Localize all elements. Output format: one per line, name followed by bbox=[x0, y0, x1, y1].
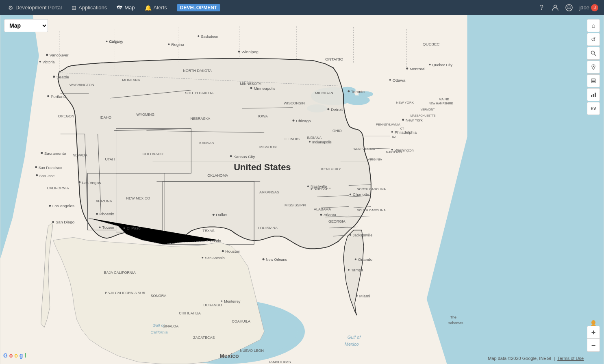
city-dot-portland bbox=[47, 95, 49, 97]
toolbar-search-button[interactable] bbox=[587, 47, 600, 60]
google-logo-svg: G o o g l e bbox=[3, 351, 26, 359]
city-dot-satx bbox=[202, 257, 203, 258]
city-dot-clt bbox=[350, 193, 351, 195]
map-attribution: Map data ©2020 Google, INEGI | Terms of … bbox=[488, 356, 584, 361]
city-dot-tucson bbox=[99, 226, 101, 228]
city-dot-austin bbox=[206, 240, 208, 241]
city-dot-la bbox=[49, 205, 51, 207]
city-dot-yqr bbox=[168, 43, 169, 45]
city-dot-jax bbox=[350, 234, 351, 236]
nav-map-label: Map bbox=[124, 4, 135, 11]
city-dot-phl bbox=[391, 131, 393, 133]
toolbar-ev-button[interactable]: EV bbox=[587, 102, 600, 115]
city-dot-nola bbox=[263, 258, 265, 260]
city-dot-ind bbox=[309, 141, 311, 143]
city-dot-mco bbox=[355, 258, 356, 260]
nav-alerts-label: Alerts bbox=[154, 4, 167, 11]
city-dot-yqb bbox=[429, 64, 431, 65]
help-button[interactable]: ? bbox=[535, 2, 548, 14]
city-dot-mty bbox=[221, 300, 222, 302]
top-navigation: ⚙ Development Portal ⊞ Applications 🗺 Ma… bbox=[0, 0, 604, 15]
city-dot-yyc bbox=[106, 41, 108, 42]
city-dot-mia bbox=[356, 295, 358, 297]
svg-rect-47 bbox=[591, 95, 592, 97]
svg-point-43 bbox=[593, 66, 594, 67]
svg-rect-46 bbox=[591, 82, 595, 83]
applications-icon: ⊞ bbox=[72, 4, 76, 11]
city-dot-chi bbox=[293, 119, 295, 121]
toolbar-location-button[interactable] bbox=[587, 61, 600, 74]
city-dot-houston bbox=[222, 250, 224, 252]
toolbar-home-button[interactable]: ⌂ bbox=[587, 19, 600, 32]
city-dot-tor bbox=[348, 90, 350, 92]
chart-icon bbox=[591, 92, 596, 98]
city-dot-sf bbox=[35, 166, 37, 168]
map-svg: WASHINGTON OREGON CALIFORNIA NEVADA IDAH… bbox=[0, 15, 604, 364]
city-dot-van bbox=[46, 54, 48, 56]
city-dot-ywg bbox=[238, 50, 240, 52]
city-dot-phoenix bbox=[96, 213, 98, 215]
nav-applications[interactable]: ⊞ Applications bbox=[67, 0, 112, 15]
terms-link[interactable]: Terms of Use bbox=[557, 356, 584, 361]
city-dot-seattle bbox=[53, 76, 55, 78]
map-type-select[interactable]: Map Satellite Terrain bbox=[4, 19, 48, 32]
city-dot-yxe bbox=[198, 35, 199, 37]
nav-badge: DEVELOPMENT bbox=[172, 0, 225, 15]
nav-dev-portal[interactable]: ⚙ Development Portal bbox=[3, 0, 67, 15]
notification-count: 3 bbox=[591, 4, 598, 11]
dev-portal-icon: ⚙ bbox=[8, 4, 13, 11]
nav-right-section: ? jdoe 3 bbox=[535, 2, 601, 14]
city-dot-lv bbox=[78, 181, 80, 183]
right-toolbar: ⌂ ↺ EV bbox=[587, 19, 600, 115]
zoom-out-button[interactable]: − bbox=[587, 339, 600, 352]
nav-map[interactable]: 🗺 Map bbox=[112, 0, 139, 15]
user-info[interactable]: jdoe 3 bbox=[577, 4, 601, 11]
city-dot-sd bbox=[52, 221, 54, 223]
svg-text:G
        o
        o
        : G o o g l e bbox=[3, 352, 26, 359]
svg-rect-44 bbox=[591, 79, 595, 80]
city-dot-tpa bbox=[348, 269, 350, 271]
toolbar-chart-button[interactable] bbox=[587, 88, 600, 101]
search-icon bbox=[591, 50, 596, 56]
username-label: jdoe bbox=[579, 4, 589, 11]
nav-dev-portal-label: Development Portal bbox=[15, 4, 62, 11]
city-dot-sacramento bbox=[41, 152, 43, 154]
city-dot-ott bbox=[389, 79, 391, 81]
toolbar-layers-button[interactable] bbox=[587, 74, 600, 87]
zoom-in-button[interactable]: + bbox=[587, 326, 600, 339]
city-dot-det bbox=[327, 108, 329, 110]
nav-applications-label: Applications bbox=[78, 4, 107, 11]
city-dot-nyc bbox=[402, 119, 404, 121]
toolbar-refresh-button[interactable]: ↺ bbox=[587, 33, 600, 46]
google-logo: G o o g l e bbox=[3, 351, 26, 361]
city-dot-msp bbox=[250, 87, 252, 89]
svg-rect-45 bbox=[591, 80, 595, 82]
city-dot-atl bbox=[320, 214, 322, 216]
map-selector-container: Map Satellite Terrain bbox=[4, 19, 48, 32]
svg-point-41 bbox=[591, 51, 595, 54]
city-dot-bna bbox=[307, 186, 309, 187]
map-container[interactable]: WASHINGTON OREGON CALIFORNIA NEVADA IDAH… bbox=[0, 15, 604, 364]
city-dot-elpaso bbox=[124, 227, 125, 229]
attribution-text: Map data ©2020 Google, INEGI bbox=[488, 356, 551, 361]
contacts-icon bbox=[552, 4, 559, 11]
city-dot-kc bbox=[230, 155, 232, 157]
svg-rect-48 bbox=[593, 94, 594, 97]
zoom-controls: + − bbox=[587, 326, 600, 352]
svg-point-2 bbox=[568, 6, 570, 8]
city-dot-vic bbox=[39, 61, 41, 63]
city-dot-yul bbox=[406, 67, 408, 69]
user-profile-icon bbox=[565, 4, 573, 11]
city-dot-dallas bbox=[213, 214, 215, 216]
svg-line-42 bbox=[594, 54, 596, 56]
nav-alerts[interactable]: 🔔 Alerts bbox=[140, 0, 172, 15]
environment-badge: DEVELOPMENT bbox=[177, 4, 220, 11]
user-profile-button[interactable] bbox=[563, 2, 575, 14]
layers-icon bbox=[591, 78, 596, 84]
city-dot-sj bbox=[36, 174, 38, 176]
location-icon bbox=[591, 64, 596, 70]
svg-point-50 bbox=[591, 320, 595, 325]
svg-point-12 bbox=[358, 91, 373, 97]
contacts-button[interactable] bbox=[549, 2, 561, 14]
map-background: WASHINGTON OREGON CALIFORNIA NEVADA IDAH… bbox=[0, 15, 604, 364]
